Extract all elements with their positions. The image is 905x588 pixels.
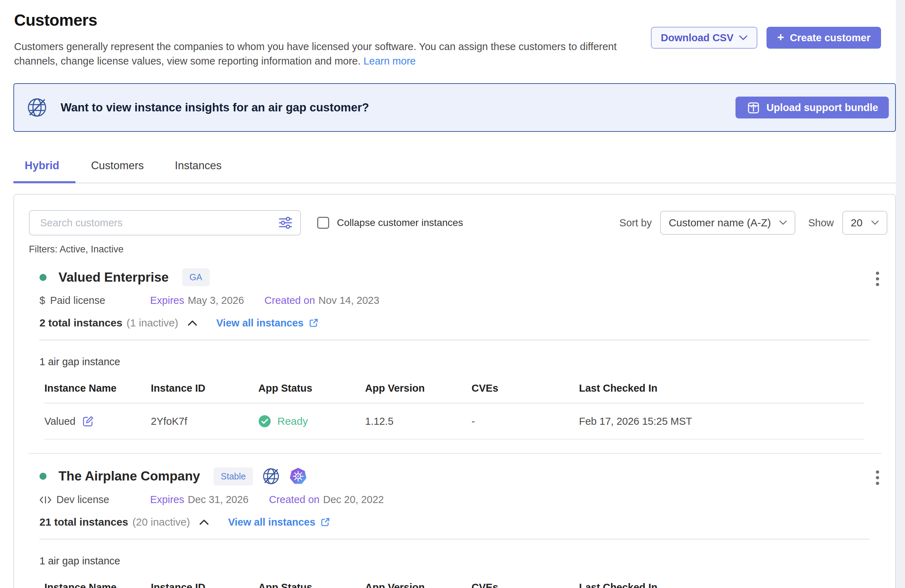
expires-label: Expires xyxy=(150,494,184,505)
customer-section-airplane-company: The Airplane Company Stable xyxy=(40,467,881,588)
instance-name: Valued xyxy=(44,416,75,427)
created-on-date: Dec 20, 2022 xyxy=(323,494,384,505)
edit-icon[interactable] xyxy=(82,415,94,427)
section-divider xyxy=(40,539,870,540)
airgap-globe-icon xyxy=(262,467,280,485)
customer-section-valued-enterprise: Valued Enterprise GA $ Paid license Expi… xyxy=(40,268,881,440)
instances-total: 2 total instances xyxy=(40,317,122,329)
customer-name[interactable]: The Airplane Company xyxy=(59,469,200,484)
airgap-instance-heading: 1 air gap instance xyxy=(40,555,881,567)
show-select[interactable]: 20 xyxy=(842,211,888,235)
view-all-instances-label: View all instances xyxy=(216,317,304,329)
view-all-instances-link[interactable]: View all instances xyxy=(228,516,330,528)
search-input[interactable] xyxy=(29,210,301,235)
col-header-instance-name: Instance Name xyxy=(44,375,151,403)
search-wrap xyxy=(29,210,301,235)
app-status: Ready xyxy=(277,415,308,427)
col-header-app-status: App Status xyxy=(258,375,365,403)
download-csv-button[interactable]: Download CSV xyxy=(651,27,757,49)
col-header-cves: CVEs xyxy=(472,375,579,403)
banner-title: Want to view instance insights for an ai… xyxy=(60,101,369,114)
create-customer-button[interactable]: + Create customer xyxy=(767,27,881,49)
expires-pair: ExpiresDec 31, 2026 xyxy=(150,494,248,505)
chevron-down-icon xyxy=(779,220,787,225)
upload-support-bundle-label: Upload support bundle xyxy=(767,102,878,113)
col-header-app-version: App Version xyxy=(365,575,472,588)
kebab-menu-icon[interactable] xyxy=(872,270,883,291)
page-description: Customers generally represent the compan… xyxy=(14,40,645,68)
section-divider xyxy=(40,340,870,340)
tab-bar: Hybrid Customers Instances xyxy=(13,150,896,183)
upload-icon xyxy=(746,100,761,115)
show-select-value: 20 xyxy=(851,217,862,229)
table-row: Valued 2YfoK7f xyxy=(44,403,864,440)
col-header-last-checked-in: Last Checked In xyxy=(579,575,864,588)
download-csv-label: Download CSV xyxy=(661,32,734,44)
airgap-instances-table: Instance Name Instance ID App Status App… xyxy=(44,575,864,588)
created-on-label: Created on xyxy=(264,295,315,306)
customer-header: Valued Enterprise GA xyxy=(40,268,881,286)
sort-by-label: Sort by xyxy=(619,217,652,229)
active-status-dot xyxy=(40,473,46,480)
view-all-instances-label: View all instances xyxy=(228,516,315,528)
upload-support-bundle-button[interactable]: Upload support bundle xyxy=(735,97,889,118)
chevron-up-icon[interactable] xyxy=(186,319,199,327)
col-header-last-checked-in: Last Checked In xyxy=(579,375,864,403)
channel-badge: Stable xyxy=(214,467,253,485)
airgap-instance-heading: 1 air gap instance xyxy=(40,356,881,368)
toolbar: Collapse customer instances Sort by Cust… xyxy=(14,210,895,235)
chevron-down-icon xyxy=(871,220,879,225)
page-description-text: Customers generally represent the compan… xyxy=(14,41,617,67)
tab-hybrid[interactable]: Hybrid xyxy=(13,150,75,183)
kebab-menu-icon[interactable] xyxy=(872,469,883,489)
expires-label: Expires xyxy=(150,295,184,306)
view-all-instances-link[interactable]: View all instances xyxy=(216,317,319,329)
collapse-instances-label: Collapse customer instances xyxy=(337,217,463,229)
expires-pair: ExpiresMay 3, 2026 xyxy=(150,295,244,306)
customer-name[interactable]: Valued Enterprise xyxy=(59,270,169,285)
tab-customers[interactable]: Customers xyxy=(75,150,159,183)
instances-total: 21 total instances xyxy=(40,516,128,528)
page-header: Customers Customers generally represent … xyxy=(0,0,905,68)
filter-sliders-icon[interactable] xyxy=(278,216,292,230)
license-type-label: Dev license xyxy=(56,494,109,505)
check-circle-icon xyxy=(258,415,271,427)
created-pair: Created onDec 20, 2022 xyxy=(269,494,384,505)
instances-inactive: (20 inactive) xyxy=(132,516,190,528)
sort-select[interactable]: Customer name (A-Z) xyxy=(660,211,795,235)
col-header-cves: CVEs xyxy=(472,575,579,588)
chevron-down-icon xyxy=(739,35,748,41)
code-icon xyxy=(40,494,51,505)
active-filters-text: Filters: Active, Inactive xyxy=(14,244,895,255)
create-customer-label: Create customer xyxy=(790,32,870,44)
col-header-instance-id: Instance ID xyxy=(151,375,258,403)
show-label: Show xyxy=(808,217,834,229)
customer-separator xyxy=(28,453,882,454)
col-header-instance-id: Instance ID xyxy=(151,575,258,588)
header-actions: Download CSV + Create customer xyxy=(651,27,881,49)
instances-summary-row: 21 total instances (20 inactive) View al… xyxy=(40,516,881,528)
customer-meta-row: Dev license ExpiresDec 31, 2026 Created … xyxy=(40,494,881,505)
cves-value: - xyxy=(472,403,579,440)
airgap-globe-icon xyxy=(27,97,47,118)
license-type: $ Paid license xyxy=(40,295,150,306)
created-on-label: Created on xyxy=(269,494,320,505)
collapse-instances-control: Collapse customer instances xyxy=(317,217,463,229)
learn-more-link[interactable]: Learn more xyxy=(364,56,416,67)
created-pair: Created onNov 14, 2023 xyxy=(264,295,379,306)
chevron-up-icon[interactable] xyxy=(198,518,210,527)
expires-date: May 3, 2026 xyxy=(188,295,244,306)
sort-select-value: Customer name (A-Z) xyxy=(668,217,771,229)
external-link-icon xyxy=(309,318,319,328)
col-header-app-status: App Status xyxy=(258,575,365,588)
col-header-app-version: App Version xyxy=(365,375,472,403)
created-on-date: Nov 14, 2023 xyxy=(319,295,379,306)
table-header-row: Instance Name Instance ID App Status App… xyxy=(44,575,864,588)
plus-icon: + xyxy=(777,31,784,43)
tab-instances[interactable]: Instances xyxy=(159,150,237,183)
app-version: 1.12.5 xyxy=(365,403,472,440)
page-right-gutter xyxy=(896,0,905,588)
active-status-dot xyxy=(40,274,46,281)
collapse-instances-checkbox[interactable] xyxy=(317,217,329,229)
table-header-row: Instance Name Instance ID App Status App… xyxy=(44,375,864,403)
